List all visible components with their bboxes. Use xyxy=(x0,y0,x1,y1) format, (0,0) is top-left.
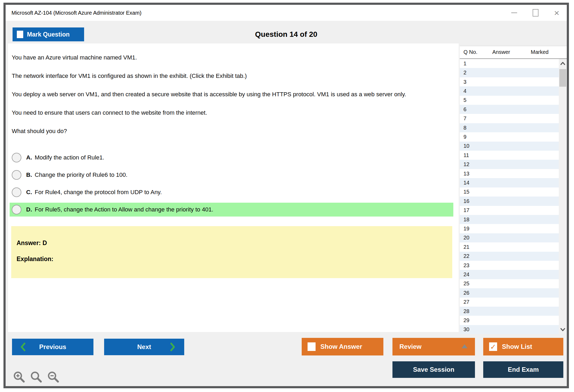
question-list-row[interactable]: 25 xyxy=(460,279,559,288)
save-session-button[interactable]: Save Session xyxy=(392,361,475,378)
question-number: 18 xyxy=(463,217,469,223)
radio-button-d[interactable] xyxy=(12,205,21,214)
question-text: You have an Azure virtual machine named … xyxy=(12,54,447,146)
question-panel: You have an Azure virtual machine named … xyxy=(8,43,459,332)
question-number: 6 xyxy=(463,106,466,113)
question-list-row[interactable]: 26 xyxy=(460,288,559,297)
window-title: Microsoft AZ-104 (Microsoft Azure Admini… xyxy=(11,5,141,21)
question-list-row[interactable]: 6 xyxy=(460,105,559,114)
column-header-qno: Q No. xyxy=(463,49,477,55)
review-button[interactable]: Review xyxy=(392,338,475,355)
scrollbar-thumb[interactable] xyxy=(559,69,566,87)
question-list-row[interactable]: 30 xyxy=(460,325,559,334)
triangle-up-icon xyxy=(462,344,467,348)
next-button[interactable]: Next xyxy=(104,339,184,355)
zoom-toolbar xyxy=(13,371,60,383)
question-list-row[interactable]: 8 xyxy=(460,123,559,132)
option-d-correct[interactable]: D. For Rule5, change the Action to Allow… xyxy=(10,203,453,217)
previous-button[interactable]: Previous xyxy=(12,339,93,355)
zoom-in-icon[interactable] xyxy=(13,371,26,383)
zoom-reset-icon[interactable] xyxy=(30,371,43,383)
zoom-out-icon[interactable] xyxy=(47,371,60,383)
question-list-scrollbar[interactable] xyxy=(559,59,567,334)
question-number: 3 xyxy=(463,79,466,85)
question-list-row[interactable]: 1 xyxy=(460,59,559,68)
maximize-icon[interactable] xyxy=(533,9,538,17)
column-header-answer: Answer xyxy=(492,49,510,55)
scroll-down-icon[interactable] xyxy=(559,325,567,334)
question-list-row[interactable]: 9 xyxy=(460,132,559,141)
question-list-row[interactable]: 2 xyxy=(460,68,559,77)
option-b[interactable]: B. Change the priority of Rule6 to 100. xyxy=(10,168,453,182)
question-list-panel: Q No. Answer Marked 12345678910111213141… xyxy=(460,46,567,334)
question-list-row[interactable]: 24 xyxy=(460,270,559,279)
window-controls: × xyxy=(511,5,559,21)
review-label: Review xyxy=(399,343,422,350)
question-list-row[interactable]: 10 xyxy=(460,142,559,151)
show-list-label: Show List xyxy=(502,343,532,350)
option-c-text: For Rule4, change the protocol from UDP … xyxy=(35,189,162,196)
question-list-row[interactable]: 5 xyxy=(460,96,559,105)
option-d-text: For Rule5, change the Action to Allow an… xyxy=(35,206,213,213)
question-list-row[interactable]: 7 xyxy=(460,114,559,123)
question-list-row[interactable]: 18 xyxy=(460,215,559,224)
show-list-button[interactable]: ✓ Show List xyxy=(483,338,563,355)
question-number: 8 xyxy=(463,125,466,131)
question-list-row[interactable]: 23 xyxy=(460,261,559,270)
question-list-row[interactable]: 19 xyxy=(460,224,559,233)
show-list-checkbox[interactable]: ✓ xyxy=(489,342,497,351)
question-list-row[interactable]: 12 xyxy=(460,160,559,169)
question-number: 26 xyxy=(463,290,469,296)
radio-button-b[interactable] xyxy=(12,170,21,180)
scroll-up-icon[interactable] xyxy=(559,59,567,68)
save-session-label: Save Session xyxy=(413,366,454,373)
answer-value: Answer: D xyxy=(17,239,452,247)
question-number: 15 xyxy=(463,189,469,195)
question-list-row[interactable]: 14 xyxy=(460,178,559,187)
radio-button-c[interactable] xyxy=(12,187,21,197)
question-number: 21 xyxy=(463,244,469,250)
question-list-row[interactable]: 28 xyxy=(460,307,559,316)
close-icon[interactable]: × xyxy=(554,8,559,17)
question-list-row[interactable]: 22 xyxy=(460,252,559,261)
explanation-label: Explanation: xyxy=(17,255,452,263)
question-number: 27 xyxy=(463,299,469,305)
question-number: 1 xyxy=(463,61,466,67)
question-number: 10 xyxy=(463,143,469,149)
end-exam-button[interactable]: End Exam xyxy=(483,361,563,378)
show-answer-button[interactable]: Show Answer xyxy=(302,338,383,355)
app-window: Microsoft AZ-104 (Microsoft Azure Admini… xyxy=(3,3,569,388)
option-c[interactable]: C. For Rule4, change the protocol from U… xyxy=(10,185,453,199)
answer-explanation-box: Answer: D Explanation: xyxy=(11,226,452,278)
question-number: 4 xyxy=(463,88,466,94)
minimize-icon[interactable] xyxy=(511,13,517,13)
question-number: 20 xyxy=(463,235,469,241)
question-number: 24 xyxy=(463,271,469,278)
question-list-row[interactable]: 15 xyxy=(460,187,559,197)
end-exam-label: End Exam xyxy=(508,366,539,373)
question-list-row[interactable]: 21 xyxy=(460,242,559,251)
show-answer-checkbox[interactable] xyxy=(308,342,316,351)
question-paragraph: What should you do? xyxy=(12,127,447,135)
question-paragraph: You deploy a web server on VM1, and then… xyxy=(12,90,447,98)
question-list-row[interactable]: 4 xyxy=(460,86,559,95)
show-answer-label: Show Answer xyxy=(320,343,362,350)
question-list-row[interactable]: 3 xyxy=(460,77,559,86)
option-d-letter: D. xyxy=(26,206,32,213)
option-a[interactable]: A. Modify the action of Rule1. xyxy=(10,151,453,165)
option-a-text: Modify the action of Rule1. xyxy=(35,154,104,161)
question-number: 9 xyxy=(463,134,466,140)
question-list-row[interactable]: 20 xyxy=(460,233,559,242)
option-b-text: Change the priority of Rule6 to 100. xyxy=(35,171,127,178)
question-list-row[interactable]: 16 xyxy=(460,197,559,206)
question-list-row[interactable]: 27 xyxy=(460,298,559,307)
question-number: 29 xyxy=(463,317,469,323)
question-list-row[interactable]: 17 xyxy=(460,206,559,215)
question-list-rows: 1234567891011121314151617181920212223242… xyxy=(460,59,559,334)
question-list-row[interactable]: 11 xyxy=(460,151,559,160)
question-list-row[interactable]: 13 xyxy=(460,169,559,178)
question-number: 16 xyxy=(463,198,469,204)
radio-button-a[interactable] xyxy=(12,153,21,162)
question-list-row[interactable]: 29 xyxy=(460,316,559,325)
question-number: 7 xyxy=(463,115,466,122)
